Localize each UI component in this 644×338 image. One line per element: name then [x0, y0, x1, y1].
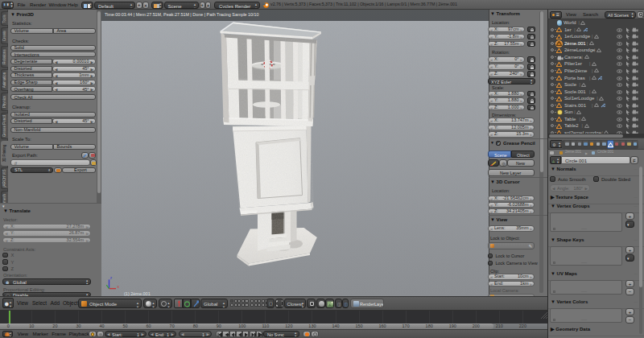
svg-text:x: x — [118, 284, 120, 289]
svg-text:z: z — [110, 275, 113, 280]
